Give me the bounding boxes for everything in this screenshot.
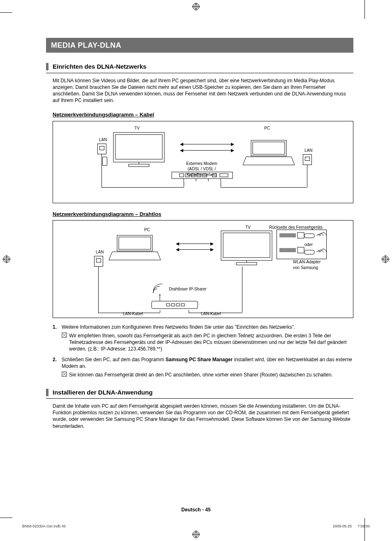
note-text: Wir empfehlen Ihnen, sowohl das Fernsehg… [69, 332, 353, 353]
modem-icon [171, 172, 233, 181]
section-heading: Einrichten des DLNA-Netzwerks [46, 63, 353, 73]
wifi-waves-icon [152, 283, 163, 296]
print-sheet: MEDIA PLAY-DLNA Einrichten des DLNA-Netz… [0, 0, 392, 541]
svg-rect-35 [117, 235, 152, 251]
heading-bar-icon [46, 389, 48, 396]
usb-wlan-adapter-icon [304, 248, 327, 258]
svg-rect-17 [115, 135, 162, 159]
svg-rect-52 [171, 304, 175, 306]
svg-rect-16 [113, 132, 164, 162]
svg-rect-47 [304, 250, 314, 254]
registration-mark-icon [192, 530, 200, 539]
svg-rect-45 [297, 247, 304, 253]
label-pc: PC [144, 227, 150, 233]
label-wlan: WLAN-Adapter von Samsung [293, 259, 330, 270]
double-arrow-icon [180, 144, 234, 144]
diagram-wireless: PC TV LAN Rückseite des Fernsehgeräts od… [53, 220, 353, 318]
remote-icon [102, 157, 107, 166]
list-text: Weitere Informationen zum Konfigurieren … [62, 324, 353, 330]
label-wlan-line2: von Samsung [293, 265, 330, 271]
svg-rect-43 [297, 232, 304, 238]
svg-rect-38 [221, 231, 272, 260]
svg-rect-36 [119, 237, 151, 249]
registration-mark-icon [2, 255, 11, 263]
crop-mark [0, 12, 12, 13]
heading-bar-icon [46, 63, 48, 70]
svg-rect-25 [185, 174, 189, 177]
label-lan: LAN [304, 148, 312, 153]
label-pc: PC [264, 125, 270, 131]
tv-icon [112, 131, 166, 168]
list-number: 2. [53, 356, 62, 378]
crop-mark [364, 518, 365, 541]
double-arrow-icon [176, 244, 213, 244]
svg-rect-53 [176, 304, 180, 306]
connector-line [221, 181, 221, 187]
connector-line [184, 181, 184, 187]
label-lan-cable: LAN-Kabel [201, 311, 221, 317]
connector-line [101, 187, 184, 188]
list-item: 2. Schließen Sie den PC, auf dem das Pro… [53, 356, 353, 378]
list-text-part: Schließen Sie den PC, auf dem das Progra… [62, 357, 166, 362]
connector-line [221, 187, 307, 188]
wireless-router-icon [150, 295, 199, 311]
svg-rect-28 [203, 174, 207, 177]
lan-port-icon [94, 256, 103, 267]
diagram1-title: Netzwerkverbindungsdiagramm – Kabel [53, 111, 353, 118]
lan-port-icon [97, 144, 106, 154]
crop-mark [364, 0, 365, 19]
label-wlan-line1: WLAN-Adapter [293, 259, 330, 265]
svg-rect-44 [279, 248, 296, 252]
double-arrow-icon [180, 150, 234, 151]
connector-line [98, 313, 160, 313]
note-row: Wir empfehlen Ihnen, sowohl das Fernsehg… [62, 332, 353, 353]
label-lan: LAN [96, 249, 104, 255]
list-text-strong: Samsung PC Share Manager [166, 357, 233, 362]
diagram-cable: TV PC LAN LAN Externes Modem (ADSL / VDS… [53, 121, 353, 203]
heading-text: Einrichten des DLNA-Netzwerks [53, 63, 146, 71]
laptop-icon [242, 139, 295, 167]
svg-rect-21 [253, 142, 285, 154]
svg-rect-24 [180, 174, 184, 177]
diagram2-title: Netzwerkverbindungsdiagramm – Drahtlos [53, 211, 353, 218]
double-arrow-icon [176, 249, 213, 250]
list-content: Schließen Sie den PC, auf dem das Progra… [62, 356, 353, 378]
svg-marker-22 [243, 157, 295, 165]
registration-mark-icon [192, 2, 200, 11]
label-lan-cable: LAN-Kabel [123, 311, 143, 317]
list-text: Schließen Sie den PC, auf dem das Progra… [62, 356, 353, 369]
svg-rect-23 [172, 172, 233, 179]
intro-paragraph: Mit DLNA können Sie Videos und Bilder, d… [53, 77, 352, 104]
svg-rect-26 [191, 174, 195, 177]
note-icon [62, 332, 69, 353]
page-banner: MEDIA PLAY-DLNA [46, 38, 353, 53]
laptop-icon [108, 235, 161, 262]
svg-rect-29 [212, 174, 217, 177]
connector-line [242, 267, 242, 313]
svg-rect-30 [220, 174, 228, 177]
svg-rect-54 [181, 304, 184, 306]
svg-rect-40 [236, 262, 257, 265]
note-text: Sie können das Fernsehgerät direkt an de… [69, 372, 353, 378]
tv-icon [220, 230, 273, 267]
crop-mark [0, 518, 12, 518]
label-lan: LAN [99, 137, 107, 143]
usb-wlan-adapter-icon [304, 231, 327, 242]
list-item: 1. Weitere Informationen zum Konfigurier… [53, 324, 353, 352]
connector-line [98, 267, 99, 313]
section-heading: Installieren der DLNA-Anwendung [46, 388, 353, 399]
connector-line [101, 154, 102, 187]
lan-port-icon [303, 154, 312, 165]
svg-marker-37 [109, 252, 161, 260]
registration-mark-icon [381, 255, 390, 263]
label-tv: TV [134, 125, 140, 131]
heading-text: Installieren der DLNA-Anwendung [53, 388, 152, 397]
svg-rect-18 [129, 164, 149, 167]
label-modem-line1: Externes Modem [173, 161, 231, 167]
print-footer-left: BN68-02330A-Ger.indb 45 [22, 524, 66, 529]
svg-rect-42 [279, 233, 296, 237]
note-row: Sie können das Fernsehgerät direkt an de… [62, 372, 353, 378]
svg-rect-46 [304, 234, 314, 238]
instruction-list: 1. Weitere Informationen zum Konfigurier… [53, 324, 353, 378]
print-footer-right: 2009-05-25 7:59:00 [333, 524, 370, 529]
